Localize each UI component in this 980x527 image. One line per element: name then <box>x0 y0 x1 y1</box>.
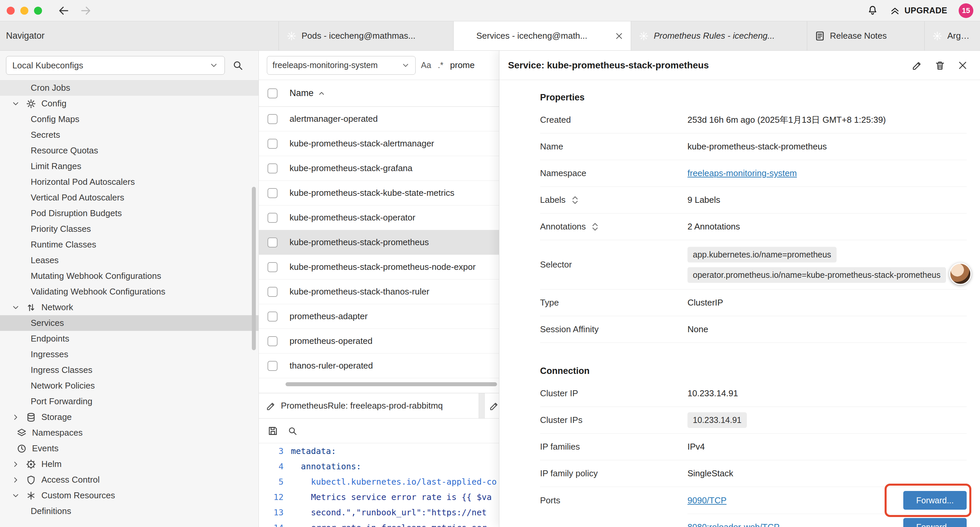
sidebar-item-events[interactable]: Events <box>0 441 259 456</box>
yaml-editor[interactable]: 3 metadata: 4 annotations: 5 kubectl.kub… <box>259 443 499 527</box>
column-header-name[interactable]: Name <box>290 88 326 99</box>
table-row[interactable]: kube-prometheus-stack-alertmanager <box>259 131 499 156</box>
row-checkbox[interactable] <box>267 213 277 223</box>
namespace-link[interactable]: freeleaps-monitoring-system <box>687 168 797 178</box>
sidebar-item-priority-classes[interactable]: Priority Classes <box>0 221 259 237</box>
sidebar-item-cron-jobs[interactable]: Cron Jobs <box>0 80 259 96</box>
sidebar-item-config-maps[interactable]: Config Maps <box>0 111 259 127</box>
sidebar-item-config[interactable]: Config <box>0 96 259 111</box>
row-checkbox[interactable] <box>267 164 277 174</box>
kubeconfig-select[interactable]: Local Kubeconfigs <box>6 56 225 75</box>
minimize-window-button[interactable] <box>20 7 29 15</box>
editor-tab[interactable]: Release Notes <box>807 21 924 50</box>
table-row[interactable]: alertmanager-operated <box>259 107 499 131</box>
sidebar-item-ingress-classes[interactable]: Ingress Classes <box>0 362 259 378</box>
chevron-icon[interactable] <box>11 476 26 484</box>
sidebar-item-pod-disruption-budgets[interactable]: Pod Disruption Budgets <box>0 205 259 221</box>
search-icon[interactable] <box>288 426 298 436</box>
row-checkbox[interactable] <box>267 312 277 322</box>
sidebar-item-helm[interactable]: Helm <box>0 456 259 472</box>
table-row[interactable]: kube-prometheus-stack-kube-state-metrics <box>259 181 499 205</box>
port-link[interactable]: 9090/TCP <box>687 495 903 506</box>
sidebar-item-network-policies[interactable]: Network Policies <box>0 378 259 393</box>
sidebar-item-resource-quotas[interactable]: Resource Quotas <box>0 143 259 158</box>
search-icon[interactable] <box>232 60 243 71</box>
back-button[interactable] <box>58 5 70 17</box>
sidebar-item-endpoints[interactable]: Endpoints <box>0 331 259 347</box>
sidebar-item-label: Config Maps <box>31 114 80 124</box>
port-link[interactable]: 8080:reloader-web/TCP <box>687 522 903 527</box>
chevron-icon[interactable] <box>11 99 26 108</box>
detail-value-area: 10.233.14.91 <box>687 388 967 399</box>
table-row[interactable]: kube-prometheus-stack-grafana <box>259 156 499 181</box>
expand-collapse-icon[interactable] <box>570 195 581 205</box>
sidebar-item-secrets[interactable]: Secrets <box>0 127 259 143</box>
row-checkbox[interactable] <box>267 237 277 247</box>
tab-close-button[interactable] <box>615 32 624 40</box>
sidebar-item-access-control[interactable]: Access Control <box>0 472 259 488</box>
row-checkbox[interactable] <box>267 361 277 371</box>
row-checkbox[interactable] <box>267 114 277 124</box>
dock-tab[interactable] <box>484 393 499 418</box>
save-icon[interactable] <box>267 426 278 436</box>
notifications-bell-icon[interactable] <box>867 5 878 16</box>
sidebar-scrollbar[interactable] <box>252 187 256 350</box>
detail-value-area: app.kubernetes.io/name=prometheusoperato… <box>687 242 967 288</box>
table-row[interactable]: prometheus-adapter <box>259 304 499 329</box>
sidebar-item-mutating-webhook-configurations[interactable]: Mutating Webhook Configurations <box>0 268 259 284</box>
regex-toggle[interactable]: .* <box>438 61 444 70</box>
sidebar-item-vertical-pod-autoscalers[interactable]: Vertical Pod Autoscalers <box>0 190 259 205</box>
editor-tab[interactable]: Services - icecheng@math... <box>453 21 631 50</box>
table-row[interactable]: prometheus-operated <box>259 329 499 353</box>
sidebar-item-leases[interactable]: Leases <box>0 253 259 268</box>
expand-collapse-icon[interactable] <box>590 221 600 232</box>
sidebar-item-limit-ranges[interactable]: Limit Ranges <box>0 158 259 174</box>
sidebar-item-custom-resources[interactable]: Custom Resources <box>0 488 259 503</box>
row-checkbox[interactable] <box>267 139 277 149</box>
sidebar-item-horizontal-pod-autoscalers[interactable]: Horizontal Pod Autoscalers <box>0 174 259 190</box>
notification-count-badge[interactable]: 15 <box>959 3 973 18</box>
close-window-button[interactable] <box>7 7 15 15</box>
forward-button[interactable] <box>80 5 92 17</box>
close-icon[interactable] <box>957 60 968 71</box>
chevron-icon[interactable] <box>11 491 26 500</box>
select-all-checkbox[interactable] <box>267 88 277 99</box>
chevron-icon[interactable] <box>11 303 26 312</box>
row-checkbox[interactable] <box>267 287 277 297</box>
detail-row: Annotations 2 Annotations <box>540 213 967 240</box>
horizontal-scrollbar[interactable] <box>286 382 497 386</box>
zoom-window-button[interactable] <box>34 7 42 15</box>
sidebar-item-definitions[interactable]: Definitions <box>0 503 259 519</box>
row-checkbox[interactable] <box>267 188 277 198</box>
dock-tab[interactable]: PrometheusRule: freeleaps-prod-rabbitmq <box>259 393 479 418</box>
row-checkbox[interactable] <box>267 262 277 272</box>
table-row[interactable]: kube-prometheus-stack-thanos-ruler <box>259 280 499 304</box>
table-row[interactable]: kube-prometheus-stack-prometheus <box>259 230 499 255</box>
forward-button[interactable]: Forward... <box>903 518 967 527</box>
table-row[interactable]: thanos-ruler-operated <box>259 353 499 378</box>
match-case-toggle[interactable]: Aa <box>421 61 431 70</box>
sidebar-item-validating-webhook-configurations[interactable]: Validating Webhook Configurations <box>0 284 259 299</box>
table-search-input[interactable]: Aa .* prome <box>421 60 475 70</box>
pencil-icon[interactable] <box>912 60 923 71</box>
sidebar-item-storage[interactable]: Storage <box>0 409 259 425</box>
chevron-icon[interactable] <box>11 460 26 469</box>
sidebar-item-runtime-classes[interactable]: Runtime Classes <box>0 237 259 253</box>
user-avatar[interactable] <box>949 263 971 285</box>
sidebar-item-namespaces[interactable]: Namespaces <box>0 425 259 441</box>
namespace-select[interactable]: freeleaps-monitoring-system <box>267 56 415 75</box>
table-row[interactable]: kube-prometheus-stack-prometheus-node-ex… <box>259 255 499 280</box>
table-row[interactable]: kube-prometheus-stack-operator <box>259 205 499 230</box>
sidebar-item-network[interactable]: Network <box>0 299 259 315</box>
row-checkbox[interactable] <box>267 336 277 346</box>
upgrade-button[interactable]: UPGRADE <box>889 5 947 16</box>
service-details-drawer: Service: kube-prometheus-stack-prometheu… <box>499 51 980 527</box>
chevron-icon[interactable] <box>11 413 26 422</box>
editor-tab[interactable]: Argo Se <box>924 21 980 50</box>
sidebar-item-services[interactable]: Services <box>0 315 259 331</box>
editor-tab[interactable]: Prometheus Rules - icecheng... <box>631 21 807 50</box>
editor-tab[interactable]: Pods - icecheng@mathmas... <box>279 21 453 50</box>
trash-icon[interactable] <box>935 60 945 71</box>
sidebar-item-port-forwarding[interactable]: Port Forwarding <box>0 393 259 409</box>
sidebar-item-ingresses[interactable]: Ingresses <box>0 347 259 362</box>
